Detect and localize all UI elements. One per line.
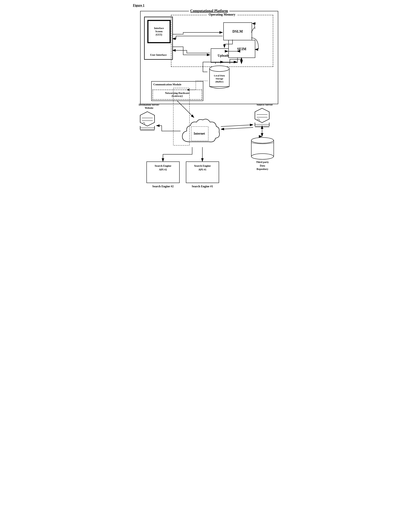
search-engine-1-section: Search EngineAPI #1 Search Engine #1 <box>186 162 219 188</box>
interface-screen-label: InterfaceScreen(GUI) <box>154 27 164 37</box>
seim-box: SEIM <box>228 40 255 58</box>
comm-module-title: Communication Module <box>153 83 181 86</box>
svg-point-10 <box>143 122 145 124</box>
svg-point-26 <box>251 137 274 143</box>
networking-hw-label: Networking Hardware(Gateway) <box>165 92 189 97</box>
operating-memory-box: Operating Memory DSLM Uploader <box>171 15 273 67</box>
comm-module-box: Communication Module Networking Hardware… <box>151 81 203 101</box>
third-party-section: Third partyDataRepository <box>249 136 277 171</box>
svg-text:(Buffer): (Buffer) <box>215 80 223 83</box>
dslm-label: DSLM <box>232 30 243 34</box>
source-server-icon <box>253 107 271 129</box>
comp-platform-box: Computational Platform Operating Memory … <box>140 11 278 104</box>
third-party-label: Third partyDataRepository <box>249 160 277 171</box>
source-server-section: Source Server <box>253 103 277 130</box>
networking-hw-box: Networking Hardware(Gateway) <box>153 90 202 100</box>
svg-point-19 <box>258 119 259 121</box>
svg-text:Storage: Storage <box>216 77 223 80</box>
search-engine-1-label: Search Engine #1 <box>186 185 219 188</box>
user-interface-label: User Interface <box>150 53 167 56</box>
search-engine-2-label: Search Engine #2 <box>146 185 180 188</box>
diagram: Computational Platform Operating Memory … <box>133 11 287 208</box>
dest-server-label: Destination Server/Website <box>138 103 160 110</box>
internet-cloud-icon: Internet <box>179 117 220 147</box>
source-server-label: Source Server <box>253 103 277 106</box>
local-storage-icon: Local Data Storage (Buffer) <box>208 64 231 91</box>
search-engine-2-box: Search EngineAPI #2 <box>146 162 180 183</box>
search-engine-1-box: Search EngineAPI #1 <box>186 162 219 183</box>
svg-marker-16 <box>255 108 269 123</box>
dest-server-section: Destination Server/Website <box>138 103 160 133</box>
operating-memory-title: Operating Memory <box>207 13 237 16</box>
local-storage: Local Data Storage (Buffer) <box>208 64 231 91</box>
svg-text:Local Data: Local Data <box>214 74 225 77</box>
svg-text:Internet: Internet <box>194 132 205 135</box>
svg-marker-7 <box>140 112 155 126</box>
svg-point-1 <box>210 66 229 72</box>
dest-server-icon <box>138 111 156 132</box>
seim-label: SEIM <box>237 47 246 51</box>
search-engine-2-section: Search EngineAPI #2 Search Engine #2 <box>146 162 180 188</box>
interface-screen: InterfaceScreen(GUI) <box>147 20 171 43</box>
internet-cloud: Internet <box>179 117 220 148</box>
user-interface-box: InterfaceScreen(GUI) User Interface <box>144 17 173 60</box>
third-party-icon <box>249 136 277 160</box>
search-engine-1-api-label: Search EngineAPI #1 <box>186 162 219 174</box>
search-engine-2-api-label: Search EngineAPI #2 <box>147 162 179 174</box>
svg-point-27 <box>251 154 274 159</box>
figure-label: Figure 1 <box>133 4 144 7</box>
dslm-box: DSLM <box>223 22 252 40</box>
comp-platform-title: Computational Platform <box>189 9 229 13</box>
